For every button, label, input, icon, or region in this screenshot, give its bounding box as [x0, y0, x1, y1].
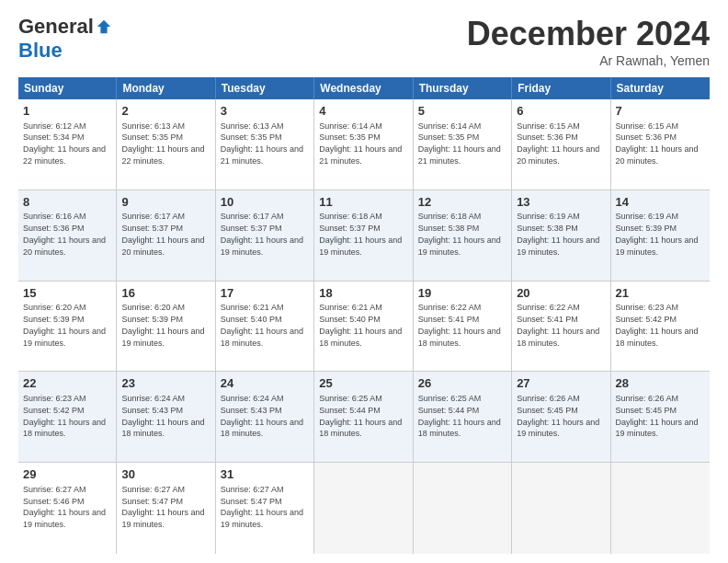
- cell-daylight: Daylight: 11 hours and 19 minutes.: [221, 236, 303, 257]
- cell-sunrise: Sunrise: 6:16 AM: [23, 212, 86, 221]
- cell-daylight: Daylight: 11 hours and 19 minutes.: [319, 236, 402, 257]
- cell-sunset: Sunset: 5:41 PM: [418, 315, 480, 324]
- cell-sunrise: Sunrise: 6:14 AM: [418, 121, 482, 131]
- svg-marker-0: [97, 20, 110, 33]
- header-monday: Monday: [117, 77, 215, 99]
- cell-sunrise: Sunrise: 6:22 AM: [418, 303, 482, 312]
- day-number: 28: [616, 375, 705, 392]
- day-number: 3: [221, 103, 309, 120]
- day-number: 10: [221, 194, 309, 211]
- cell-sunset: Sunset: 5:37 PM: [221, 224, 282, 233]
- header: General Blue December 2024 Ar Rawnah, Ye…: [18, 15, 710, 68]
- cell-sunset: Sunset: 5:45 PM: [616, 406, 677, 415]
- cell-sunrise: Sunrise: 6:15 AM: [517, 121, 580, 131]
- cell-sunrise: Sunrise: 6:26 AM: [616, 394, 679, 403]
- day-number: 11: [319, 194, 407, 211]
- cell-sunset: Sunset: 5:37 PM: [121, 224, 183, 233]
- cal-cell-w2-d1: 8Sunrise: 6:16 AMSunset: 5:36 PMDaylight…: [18, 190, 117, 281]
- cell-daylight: Daylight: 11 hours and 19 minutes.: [23, 508, 106, 529]
- cell-sunset: Sunset: 5:44 PM: [418, 406, 480, 415]
- cell-sunrise: Sunrise: 6:17 AM: [121, 212, 185, 221]
- cell-sunrise: Sunrise: 6:18 AM: [319, 212, 382, 221]
- cal-cell-w3-d2: 16Sunrise: 6:20 AMSunset: 5:39 PMDayligh…: [117, 282, 215, 372]
- logo: General Blue: [18, 15, 112, 63]
- cell-sunrise: Sunrise: 6:19 AM: [616, 212, 679, 221]
- cell-daylight: Daylight: 11 hours and 22 minutes.: [121, 144, 204, 166]
- calendar-week-1: 1Sunrise: 6:12 AMSunset: 5:34 PMDaylight…: [18, 99, 710, 190]
- title-block: December 2024 Ar Rawnah, Yemen: [467, 15, 710, 68]
- cell-daylight: Daylight: 11 hours and 21 minutes.: [418, 144, 501, 166]
- cell-daylight: Daylight: 11 hours and 20 minutes.: [517, 144, 599, 166]
- cell-daylight: Daylight: 11 hours and 19 minutes.: [517, 236, 599, 257]
- header-sunday: Sunday: [18, 77, 117, 99]
- cell-daylight: Daylight: 11 hours and 19 minutes.: [616, 418, 699, 439]
- cal-cell-w3-d7: 21Sunrise: 6:23 AMSunset: 5:42 PMDayligh…: [611, 282, 710, 372]
- cell-sunrise: Sunrise: 6:22 AM: [517, 303, 580, 312]
- header-saturday: Saturday: [611, 77, 710, 99]
- cell-daylight: Daylight: 11 hours and 19 minutes.: [121, 508, 204, 529]
- header-thursday: Thursday: [414, 77, 512, 99]
- day-number: 31: [221, 466, 309, 483]
- cal-cell-w1-d4: 4Sunrise: 6:14 AMSunset: 5:35 PMDaylight…: [314, 99, 413, 190]
- cell-daylight: Daylight: 11 hours and 18 minutes.: [319, 327, 402, 348]
- cal-cell-w3-d1: 15Sunrise: 6:20 AMSunset: 5:39 PMDayligh…: [18, 282, 117, 372]
- cell-sunset: Sunset: 5:40 PM: [221, 315, 282, 324]
- cell-sunset: Sunset: 5:43 PM: [121, 406, 183, 415]
- header-friday: Friday: [512, 77, 610, 99]
- day-number: 6: [517, 103, 605, 120]
- cell-daylight: Daylight: 11 hours and 18 minutes.: [221, 327, 303, 348]
- cal-cell-w2-d3: 10Sunrise: 6:17 AMSunset: 5:37 PMDayligh…: [216, 190, 314, 281]
- cell-sunrise: Sunrise: 6:21 AM: [221, 303, 284, 312]
- header-wednesday: Wednesday: [314, 77, 413, 99]
- calendar-week-4: 22Sunrise: 6:23 AMSunset: 5:42 PMDayligh…: [18, 372, 710, 463]
- cell-daylight: Daylight: 11 hours and 18 minutes.: [221, 418, 303, 439]
- cal-cell-w1-d5: 5Sunrise: 6:14 AMSunset: 5:35 PMDaylight…: [414, 99, 512, 190]
- cell-sunset: Sunset: 5:37 PM: [319, 224, 381, 233]
- cell-sunrise: Sunrise: 6:27 AM: [23, 485, 86, 494]
- cell-sunset: Sunset: 5:36 PM: [616, 132, 677, 142]
- day-number: 27: [517, 375, 605, 392]
- cal-cell-w3-d5: 19Sunrise: 6:22 AMSunset: 5:41 PMDayligh…: [414, 282, 512, 372]
- cell-sunset: Sunset: 5:38 PM: [517, 224, 578, 233]
- cal-cell-w5-d3: 31Sunrise: 6:27 AMSunset: 5:47 PMDayligh…: [216, 463, 314, 554]
- cell-sunrise: Sunrise: 6:24 AM: [121, 394, 185, 403]
- cell-sunset: Sunset: 5:41 PM: [517, 315, 578, 324]
- day-number: 29: [23, 466, 111, 483]
- cal-cell-w5-d7: [611, 463, 710, 554]
- cell-sunset: Sunset: 5:39 PM: [616, 224, 677, 233]
- cell-daylight: Daylight: 11 hours and 19 minutes.: [221, 508, 303, 529]
- cell-sunset: Sunset: 5:42 PM: [616, 315, 677, 324]
- cell-daylight: Daylight: 11 hours and 18 minutes.: [418, 327, 501, 348]
- cal-cell-w5-d4: [314, 463, 413, 554]
- day-number: 22: [23, 375, 111, 392]
- calendar: Sunday Monday Tuesday Wednesday Thursday…: [18, 77, 710, 554]
- cell-daylight: Daylight: 11 hours and 18 minutes.: [121, 418, 204, 439]
- cell-sunrise: Sunrise: 6:15 AM: [616, 121, 679, 131]
- logo-blue-text: Blue: [18, 39, 63, 62]
- cal-cell-w4-d1: 22Sunrise: 6:23 AMSunset: 5:42 PMDayligh…: [18, 372, 117, 462]
- day-number: 7: [616, 103, 705, 120]
- cell-sunrise: Sunrise: 6:20 AM: [23, 303, 86, 312]
- cell-daylight: Daylight: 11 hours and 18 minutes.: [616, 327, 699, 348]
- cell-sunrise: Sunrise: 6:20 AM: [121, 303, 185, 312]
- cell-sunset: Sunset: 5:35 PM: [418, 132, 480, 142]
- cell-daylight: Daylight: 11 hours and 20 minutes.: [23, 236, 106, 257]
- cell-sunset: Sunset: 5:39 PM: [23, 315, 85, 324]
- cell-sunset: Sunset: 5:34 PM: [23, 132, 85, 142]
- cal-cell-w4-d5: 26Sunrise: 6:25 AMSunset: 5:44 PMDayligh…: [414, 372, 512, 462]
- day-number: 26: [418, 375, 506, 392]
- cal-cell-w1-d7: 7Sunrise: 6:15 AMSunset: 5:36 PMDaylight…: [611, 99, 710, 190]
- cell-sunset: Sunset: 5:42 PM: [23, 406, 85, 415]
- day-number: 4: [319, 103, 407, 120]
- day-number: 15: [23, 285, 111, 302]
- cal-cell-w5-d1: 29Sunrise: 6:27 AMSunset: 5:46 PMDayligh…: [18, 463, 117, 554]
- cal-cell-w1-d6: 6Sunrise: 6:15 AMSunset: 5:36 PMDaylight…: [512, 99, 610, 190]
- day-number: 24: [221, 375, 309, 392]
- day-number: 2: [121, 103, 210, 120]
- day-number: 18: [319, 285, 407, 302]
- cell-sunrise: Sunrise: 6:14 AM: [319, 121, 382, 131]
- calendar-header: Sunday Monday Tuesday Wednesday Thursday…: [18, 77, 710, 99]
- cell-daylight: Daylight: 11 hours and 20 minutes.: [121, 236, 204, 257]
- cell-sunset: Sunset: 5:43 PM: [221, 406, 282, 415]
- cal-cell-w2-d4: 11Sunrise: 6:18 AMSunset: 5:37 PMDayligh…: [314, 190, 413, 281]
